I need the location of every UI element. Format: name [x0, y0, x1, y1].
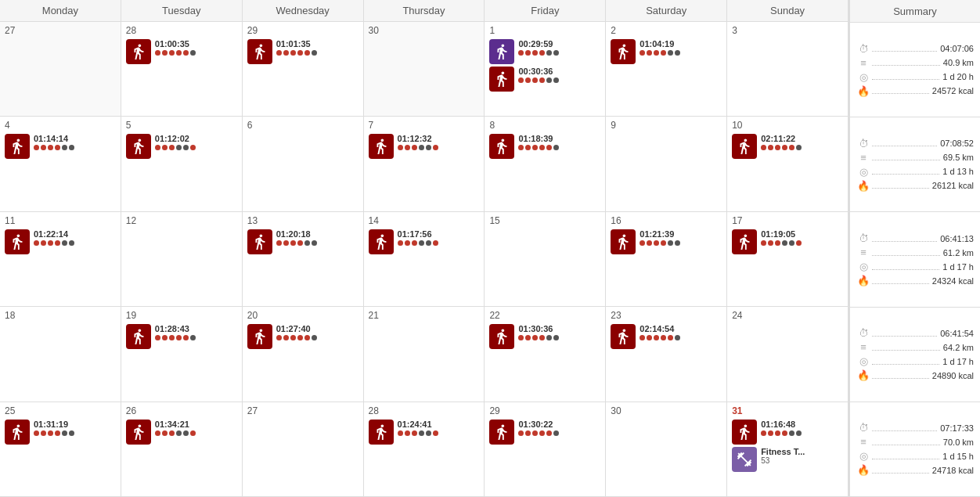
day-cell-2[interactable]: 2 01:04:19 [606, 22, 727, 116]
day-cell-31[interactable]: 31 01:16:48 Fitness T...53 [727, 402, 848, 496]
summary-distance-icon: ≡ [856, 436, 870, 448]
day-cell-1[interactable]: 1 00:29:59 00:30:36 [485, 22, 606, 116]
summary-time-icon: ⏱ [856, 43, 870, 55]
day-cell-20[interactable]: 20 01:27:40 [243, 307, 364, 401]
day-number: 25 [5, 405, 116, 416]
day-cell-12[interactable]: 12 [121, 212, 243, 306]
summary-time-row: ⏱06:41:13 [856, 232, 974, 244]
day-cell-16[interactable]: 16 01:21:39 [606, 212, 727, 306]
day-cell-27[interactable]: 27 [243, 402, 364, 496]
day-cell-29[interactable]: 29 01:01:35 [243, 22, 364, 116]
day-cell-10[interactable]: 10 02:11:22 [727, 117, 848, 211]
activity[interactable]: 01:01:35 [247, 39, 358, 64]
dotted-separator [872, 264, 939, 270]
day-cell-4[interactable]: 4 01:14:14 [0, 117, 121, 211]
activity[interactable]: 01:31:19 [5, 420, 116, 445]
activity[interactable]: 01:16:48 [732, 420, 843, 445]
activity[interactable]: 02:11:22 [732, 134, 843, 159]
day-cell-5[interactable]: 5 01:12:02 [121, 117, 243, 211]
day-cell-24[interactable]: 24 [727, 307, 848, 401]
activity[interactable]: 01:24:41 [369, 420, 480, 445]
day-cell-19[interactable]: 19 01:28:43 [121, 307, 243, 401]
day-cell-23[interactable]: 23 02:14:54 [606, 307, 727, 401]
day-cell-30[interactable]: 30 [364, 22, 485, 116]
day-number: 7 [369, 120, 480, 131]
activity[interactable]: 00:30:36 [489, 67, 600, 92]
day-cell-21[interactable]: 21 [364, 307, 485, 401]
activity-dots [155, 145, 197, 150]
day-number: 14 [369, 215, 480, 226]
week-row-2: 11 01:22:141213 01:20:1814 01:17:561516 … [0, 212, 848, 307]
activity[interactable]: 01:21:39 [611, 229, 722, 254]
activity-time: Fitness T... [761, 447, 805, 456]
activity[interactable]: 01:14:14 [5, 134, 116, 159]
activity-details: 01:12:02 [155, 134, 197, 150]
day-cell-29[interactable]: 29 01:30:22 [485, 402, 606, 496]
day-cell-14[interactable]: 14 01:17:56 [364, 212, 485, 306]
day-cell-17[interactable]: 17 01:19:05 [727, 212, 848, 306]
day-cell-25[interactable]: 25 01:31:19 [0, 402, 121, 496]
activity[interactable]: 01:28:43 [126, 324, 237, 349]
activity-time: 01:17:56 [398, 229, 440, 239]
day-cell-11[interactable]: 11 01:22:14 [0, 212, 121, 306]
day-cell-3[interactable]: 3 [727, 22, 848, 116]
day-number: 6 [247, 120, 358, 131]
activity[interactable]: 01:12:32 [369, 134, 480, 159]
day-cell-15[interactable]: 15 [485, 212, 606, 306]
weeks-container: 2728 01:00:3529 01:01:35301 00:29:59 00:… [0, 22, 848, 497]
activity-time: 01:01:35 [276, 39, 319, 49]
dotted-separator [872, 467, 929, 474]
week-row-4: 25 01:31:1926 01:34:212728 01:24:4129 01… [0, 402, 848, 497]
activity[interactable]: 01:20:18 [247, 229, 358, 254]
summary-distance-row: ≡64.2 km [856, 341, 974, 353]
activity-dots [518, 77, 560, 83]
summary-calories-value: 24572 kcal [932, 86, 974, 95]
header-day-sunday: Sunday [727, 0, 848, 21]
activity[interactable]: 01:27:40 [247, 324, 358, 349]
activity[interactable]: 01:22:14 [5, 229, 116, 254]
day-cell-28[interactable]: 28 01:24:41 [364, 402, 485, 496]
day-number: 23 [611, 310, 722, 321]
day-cell-30[interactable]: 30 [606, 402, 727, 496]
activity[interactable]: 01:30:22 [489, 420, 600, 445]
day-cell-8[interactable]: 8 01:18:39 [485, 117, 606, 211]
activity[interactable]: 00:29:59 [489, 39, 600, 64]
activity-icon-fitness [732, 447, 757, 472]
activity[interactable]: 02:14:54 [611, 324, 722, 349]
activity-dots [398, 430, 440, 436]
activity[interactable]: 01:34:21 [126, 420, 237, 445]
summary-calories-row: 🔥24324 kcal [856, 275, 974, 286]
activity-details: 00:29:59 [518, 39, 560, 56]
activity-time: 01:00:35 [155, 39, 197, 49]
summary-week-0: ⏱04:07:06≡40.9 km◎1 d 20 h🔥24572 kcal [850, 23, 980, 117]
day-cell-22[interactable]: 22 01:30:36 [485, 307, 606, 401]
day-number: 29 [247, 25, 358, 36]
summary-time-icon: ⏱ [856, 138, 870, 149]
activity[interactable]: 01:04:19 [611, 39, 722, 64]
day-cell-7[interactable]: 7 01:12:32 [364, 117, 485, 211]
day-number: 12 [126, 215, 237, 226]
activity[interactable]: Fitness T...53 [732, 447, 843, 472]
activity-icon-run [489, 67, 514, 92]
activity[interactable]: 01:12:02 [126, 134, 237, 159]
activity[interactable]: 01:30:36 [489, 324, 600, 349]
day-cell-18[interactable]: 18 [0, 307, 121, 401]
activity[interactable]: 01:00:35 [126, 39, 237, 64]
activity-details: 01:31:19 [34, 420, 76, 436]
summary-time-value: 07:17:33 [940, 423, 974, 433]
day-cell-6[interactable]: 6 [243, 117, 364, 211]
activity-icon-run [611, 229, 636, 254]
summary-distance-row: ≡61.2 km [856, 247, 974, 258]
activity[interactable]: 01:17:56 [369, 229, 480, 254]
activity[interactable]: 01:18:39 [489, 134, 600, 159]
activity[interactable]: 01:19:05 [732, 229, 843, 254]
day-cell-28[interactable]: 28 01:00:35 [121, 22, 243, 116]
summary-calories-value: 26121 kcal [932, 181, 974, 190]
activity-details: 01:28:43 [155, 324, 197, 340]
activity-icon-run [489, 420, 514, 445]
day-cell-9[interactable]: 9 [606, 117, 727, 211]
day-cell-13[interactable]: 13 01:20:18 [243, 212, 364, 306]
dotted-separator [872, 140, 937, 146]
day-cell-26[interactable]: 26 01:34:21 [121, 402, 243, 496]
day-cell-27[interactable]: 27 [0, 22, 121, 116]
